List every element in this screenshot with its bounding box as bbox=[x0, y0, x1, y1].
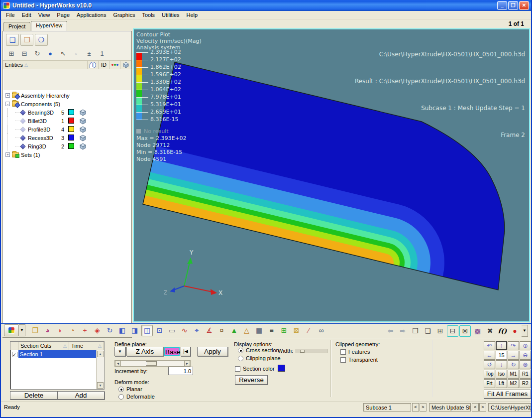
tab-hyperview[interactable]: HyperView bbox=[31, 21, 67, 31]
slider-right-icon[interactable]: ► bbox=[184, 361, 190, 366]
mesh-step-prev-button[interactable]: < bbox=[472, 403, 479, 412]
mask-icon[interactable]: ▦ bbox=[253, 325, 265, 336]
component-color-swatch[interactable] bbox=[68, 118, 74, 124]
view-left-button[interactable]: Lft bbox=[496, 379, 507, 388]
rotate-ccw-button[interactable]: ↶ bbox=[484, 341, 495, 350]
id-column-button[interactable]: ID bbox=[99, 61, 109, 69]
mesh-step-next-button[interactable]: > bbox=[479, 403, 486, 412]
component-geometry-toggle[interactable] bbox=[79, 109, 86, 117]
maximize-window-icon[interactable]: ⊠ bbox=[459, 325, 471, 337]
collapse-icon[interactable]: - bbox=[5, 102, 10, 106]
build-plots-icon[interactable]: ▲ bbox=[228, 325, 240, 336]
spin-left-button[interactable]: ↺ bbox=[484, 360, 495, 369]
section-z-icon[interactable]: ⊡ bbox=[154, 325, 165, 336]
mask-blob-icon[interactable]: ● bbox=[45, 48, 56, 58]
pan-down-button[interactable]: ↓ bbox=[496, 360, 507, 369]
back-arrow-icon[interactable]: ⇦ bbox=[385, 325, 396, 337]
clear-contour-icon[interactable]: ◔ bbox=[67, 325, 78, 336]
apply-button[interactable]: Apply bbox=[197, 347, 228, 356]
entities-column-label[interactable]: Entities bbox=[5, 62, 23, 68]
rotate-cw-button[interactable]: ↷ bbox=[508, 341, 519, 350]
start-stop-animation-icon[interactable]: ● bbox=[509, 325, 521, 337]
zoom-fit-button[interactable]: ⊛ bbox=[520, 360, 531, 369]
component-geometry-toggle[interactable] bbox=[79, 126, 86, 134]
component-color-swatch[interactable] bbox=[68, 126, 74, 132]
add-button[interactable]: Add bbox=[57, 391, 105, 400]
section-cut-row[interactable]: ✓ Section 1 bbox=[10, 350, 104, 358]
transparent-checkbox[interactable]: Transparent bbox=[340, 357, 378, 363]
open-file-icon[interactable]: ❒ bbox=[29, 325, 41, 336]
color-column-button[interactable] bbox=[109, 61, 120, 69]
collapse-all-icon[interactable]: ⊟ bbox=[19, 48, 30, 58]
geometry-column-button[interactable] bbox=[120, 61, 131, 69]
increment-input[interactable] bbox=[168, 367, 193, 375]
expression-builder-icon[interactable]: f() bbox=[497, 325, 508, 337]
menu-item[interactable]: Tools bbox=[138, 11, 158, 18]
tree-row-component[interactable]: Recess3D 3 bbox=[3, 134, 131, 142]
component-geometry-toggle[interactable] bbox=[79, 118, 86, 126]
deformable-radio[interactable]: Deformable bbox=[118, 394, 155, 400]
pan-right-button[interactable]: → bbox=[508, 351, 519, 360]
screwdriver-icon[interactable]: ⁄ bbox=[303, 325, 315, 336]
section-y-icon[interactable]: ◨ bbox=[129, 325, 140, 336]
restore-button[interactable]: ❐ bbox=[508, 1, 518, 10]
angle-rotate-icon[interactable]: ↻ bbox=[104, 325, 115, 336]
sort-icon[interactable]: △ bbox=[24, 62, 28, 67]
slider-thumb[interactable] bbox=[146, 361, 157, 366]
zoom-in-button[interactable]: ⊕ bbox=[520, 341, 531, 350]
attributes-icon[interactable]: ≡ bbox=[266, 325, 277, 336]
section-visible-checkbox[interactable]: ✓ bbox=[12, 352, 17, 357]
eye-plusminus-icon[interactable]: ± bbox=[84, 48, 95, 58]
measure-icon[interactable]: ∡ bbox=[204, 325, 215, 336]
page-next-icon[interactable]: ❑ bbox=[6, 34, 19, 46]
annotation-icon[interactable]: ▭ bbox=[166, 325, 178, 336]
page-new-icon[interactable]: ❒ bbox=[20, 34, 33, 46]
tracking-icon[interactable]: ⌖ bbox=[191, 325, 203, 336]
tab-project[interactable]: Project bbox=[3, 22, 30, 31]
spin-right-button[interactable]: ↻ bbox=[508, 360, 519, 369]
tree-row-component[interactable]: Bearing3D 5 bbox=[3, 108, 131, 117]
menu-item[interactable]: Graphics bbox=[109, 11, 138, 18]
close-button[interactable]: ✕ bbox=[519, 1, 529, 10]
info-column-button[interactable]: i bbox=[88, 61, 99, 69]
view-m1-button[interactable]: M1 bbox=[508, 370, 519, 379]
tree-row-sets[interactable]: + Sets (1) bbox=[3, 150, 131, 159]
rotate-icon[interactable]: ◈ bbox=[92, 325, 103, 336]
expand-icon[interactable]: + bbox=[5, 93, 10, 98]
width-slider[interactable] bbox=[296, 349, 327, 353]
view-r1-button[interactable]: R1 bbox=[520, 370, 531, 379]
view-front-button[interactable]: Frt bbox=[484, 379, 495, 388]
idle-icon[interactable]: ▫ bbox=[71, 48, 82, 58]
reverse-button[interactable]: Reverse bbox=[235, 375, 268, 385]
section-cut-icon[interactable]: ◫ bbox=[141, 325, 153, 336]
pointer-icon[interactable]: ↖ bbox=[58, 48, 69, 58]
load-results-icon[interactable]: ◕ bbox=[42, 325, 53, 336]
tree-row-component[interactable]: Billet3D 1 bbox=[3, 117, 131, 125]
menu-item[interactable]: Applications bbox=[73, 11, 109, 18]
director-icon[interactable]: ✖ bbox=[484, 325, 496, 337]
expand-icon[interactable]: + bbox=[5, 152, 10, 157]
component-color-swatch[interactable] bbox=[68, 143, 74, 149]
axis-button[interactable]: Z Axis bbox=[126, 347, 163, 356]
tile-window-icon[interactable]: ⊞ bbox=[434, 325, 446, 337]
plane-dropdown-button[interactable]: ▼ bbox=[114, 347, 125, 356]
contour-icon[interactable]: ◗ bbox=[54, 325, 66, 336]
expand-page-icon[interactable]: ❐ bbox=[410, 325, 421, 337]
tree-row-components[interactable]: - Components (5) bbox=[3, 100, 131, 108]
subcase-next-button[interactable]: > bbox=[420, 403, 426, 412]
title-bar[interactable]: Untitled - HyperWorks v10.0 _ ❐ ✕ bbox=[1, 0, 531, 11]
section-cuts-column[interactable]: Section Cuts △ bbox=[18, 342, 69, 350]
fit-all-frames-button[interactable]: Fit All Frames bbox=[484, 390, 531, 399]
view-top-button[interactable]: Top bbox=[484, 370, 495, 379]
menu-item[interactable]: Help bbox=[183, 11, 202, 18]
view-m2-button[interactable]: M2 bbox=[508, 379, 519, 388]
trace-icon[interactable]: ∿ bbox=[179, 325, 190, 336]
cross-section-radio[interactable]: Cross section bbox=[238, 347, 279, 353]
menu-item[interactable]: Utilities bbox=[158, 11, 183, 18]
forward-arrow-icon[interactable]: ⇨ bbox=[397, 325, 409, 337]
section-color-swatch[interactable] bbox=[278, 365, 285, 372]
features-checkbox[interactable]: Features bbox=[340, 349, 370, 355]
hyperworks-menu-dropdown[interactable]: ▼ bbox=[19, 324, 25, 336]
graphics-viewport[interactable]: Y X Z C:\User\HyperXtrude\HX-0501\HX_050… bbox=[133, 28, 530, 322]
rotate-angle-input[interactable] bbox=[496, 351, 507, 360]
